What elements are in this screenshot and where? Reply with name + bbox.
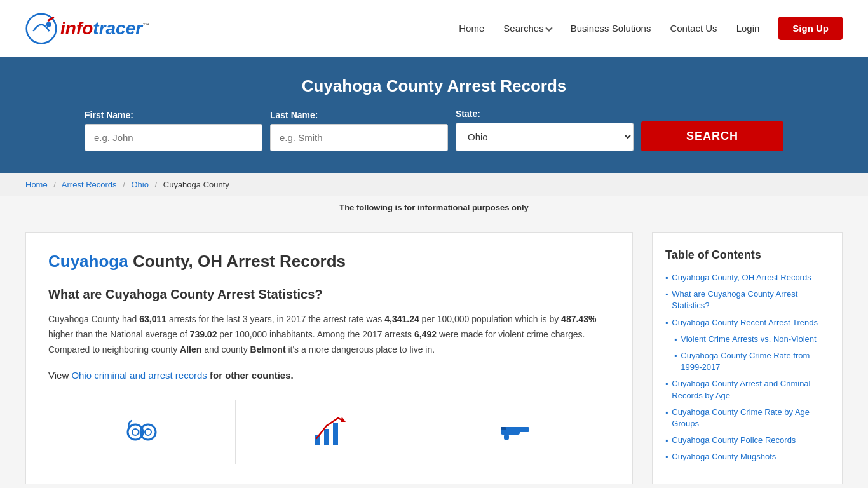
- toc-item: Cuyahoga County Police Records: [665, 435, 829, 446]
- table-of-contents: Table of Contents Cuyahoga County, OH Ar…: [652, 232, 843, 484]
- info-note: The following is for informational purpo…: [0, 196, 868, 219]
- logo[interactable]: infotracer™: [25, 13, 149, 44]
- toc-item: Cuyahoga County Recent Arrest Trends: [665, 317, 829, 329]
- breadcrumb-arrest-records[interactable]: Arrest Records: [62, 180, 117, 189]
- toc-link-8[interactable]: Cuyahoga County Police Records: [672, 435, 796, 446]
- nav-signup-button[interactable]: Sign Up: [778, 17, 843, 40]
- breadcrumb-sep-1: /: [53, 180, 56, 189]
- svg-rect-14: [504, 435, 509, 440]
- svg-point-1: [46, 22, 51, 27]
- first-name-input[interactable]: [85, 124, 262, 151]
- toc-title: Table of Contents: [665, 248, 829, 262]
- section-statistics-title: What are Cuyahoga County Arrest Statisti…: [48, 287, 610, 302]
- article-title: Cuyahoga County, OH Arrest Records: [48, 252, 610, 271]
- view-other-text: View Ohio criminal and arrest records fo…: [48, 370, 610, 381]
- toc-item-sub: Violent Crime Arrests vs. Non-Violent: [674, 334, 829, 345]
- svg-marker-11: [341, 417, 346, 422]
- toc-link-6[interactable]: Cuyahoga County Arrest and Criminal Reco…: [672, 378, 829, 401]
- hero-banner: Cuyahoga County Arrest Records First Nam…: [0, 57, 868, 173]
- toc-item: Cuyahoga County, OH Arrest Records: [665, 272, 829, 283]
- toc-link-7[interactable]: Cuyahoga County Crime Rate by Age Groups: [672, 407, 829, 430]
- toc-link-5[interactable]: Cuyahoga County Crime Rate from 1999-201…: [681, 350, 829, 373]
- logo-icon: [25, 13, 57, 44]
- site-header: infotracer™ Home Searches Business Solut…: [0, 0, 868, 57]
- first-name-group: First Name:: [85, 110, 262, 151]
- toc-item-sub: Cuyahoga County Crime Rate from 1999-201…: [674, 350, 829, 373]
- state-label: State:: [456, 109, 480, 119]
- ohio-records-link[interactable]: Ohio criminal and arrest records: [71, 370, 207, 381]
- nav-login[interactable]: Login: [736, 23, 760, 34]
- last-name-group: Last Name:: [270, 110, 448, 151]
- nav-searches[interactable]: Searches: [503, 23, 551, 34]
- breadcrumb-current: Cuyahoga County: [163, 180, 229, 189]
- svg-point-7: [145, 429, 151, 435]
- breadcrumb-sep-2: /: [123, 180, 125, 189]
- svg-rect-9: [324, 429, 329, 445]
- logo-tm: ™: [142, 21, 149, 29]
- main-content: Cuyahoga County, OH Arrest Records What …: [0, 219, 868, 488]
- search-form: First Name: Last Name: State: Ohio Alaba…: [85, 109, 783, 151]
- article-body: Cuyahoga County, OH Arrest Records What …: [25, 232, 633, 484]
- searches-chevron-icon: [545, 24, 552, 31]
- svg-rect-15: [501, 427, 506, 430]
- toc-link-9[interactable]: Cuyahoga County Mugshots: [672, 451, 776, 463]
- gun-icon-cell: [423, 400, 610, 464]
- handcuffs-icon-cell: [48, 400, 236, 464]
- nav-home[interactable]: Home: [459, 23, 484, 34]
- handcuffs-icon: [123, 413, 161, 451]
- stats-icons-row: [48, 400, 610, 464]
- statistics-body: Cuyahoga County had 63,011 arrests for t…: [48, 312, 610, 357]
- state-select[interactable]: Ohio Alabama Alaska Arizona Ohio: [456, 123, 634, 151]
- gun-icon: [498, 413, 536, 451]
- toc-item: Cuyahoga County Crime Rate by Age Groups: [665, 407, 829, 430]
- breadcrumb: Home / Arrest Records / Ohio / Cuyahoga …: [0, 173, 868, 196]
- first-name-label: First Name:: [85, 110, 133, 120]
- hero-title: Cuyahoga County Arrest Records: [25, 76, 843, 96]
- nav-contact-us[interactable]: Contact Us: [670, 23, 717, 34]
- chart-up-icon: [310, 413, 348, 451]
- last-name-input[interactable]: [270, 124, 448, 151]
- search-button[interactable]: SEARCH: [641, 121, 783, 151]
- logo-text-blue: tracer: [93, 18, 142, 38]
- nav-business-solutions[interactable]: Business Solutions: [571, 23, 651, 34]
- svg-point-6: [132, 429, 139, 435]
- breadcrumb-sep-3: /: [155, 180, 158, 189]
- toc-link-3[interactable]: Cuyahoga County Recent Arrest Trends: [672, 317, 818, 329]
- toc-item: Cuyahoga County Arrest and Criminal Reco…: [665, 378, 829, 401]
- chart-icon-cell: [236, 400, 423, 464]
- toc-link-4[interactable]: Violent Crime Arrests vs. Non-Violent: [681, 334, 816, 345]
- toc-link-2[interactable]: What are Cuyahoga County Arrest Statisti…: [672, 288, 829, 311]
- article-title-highlight: Cuyahoga: [48, 252, 128, 271]
- logo-text-red: info: [60, 18, 93, 38]
- article-title-rest: County, OH Arrest Records: [128, 252, 346, 271]
- svg-rect-10: [333, 423, 338, 445]
- toc-item: Cuyahoga County Mugshots: [665, 451, 829, 463]
- breadcrumb-ohio[interactable]: Ohio: [131, 180, 148, 189]
- svg-rect-13: [515, 427, 529, 432]
- toc-link-1[interactable]: Cuyahoga County, OH Arrest Records: [672, 272, 811, 283]
- state-group: State: Ohio Alabama Alaska Arizona Ohio: [456, 109, 634, 151]
- main-nav: Home Searches Business Solutions Contact…: [459, 17, 843, 40]
- last-name-label: Last Name:: [270, 110, 318, 120]
- toc-list: Cuyahoga County, OH Arrest Records What …: [665, 272, 829, 463]
- toc-item: What are Cuyahoga County Arrest Statisti…: [665, 288, 829, 311]
- breadcrumb-home[interactable]: Home: [25, 180, 48, 189]
